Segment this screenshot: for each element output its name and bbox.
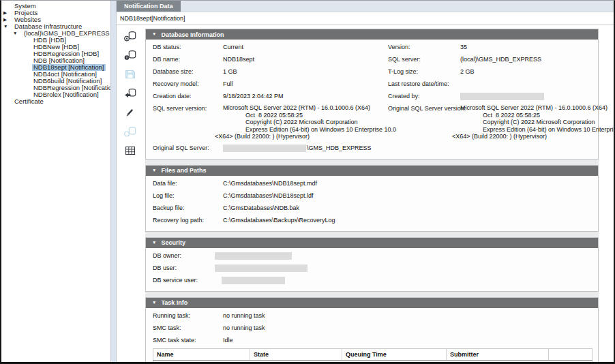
task-field-row: SMC task:no running task (153, 324, 592, 333)
collapse-arrow-icon[interactable]: ▼ (152, 241, 156, 245)
recovery-log-path-label: Recovery log path: (153, 216, 223, 225)
section-files-and-paths: ▼ Files and Paths Data file:C:\Gmsdataba… (145, 165, 599, 232)
recovery-model-label: Recovery model: (153, 80, 223, 89)
edit-button[interactable] (123, 107, 138, 121)
collapse-arrow-icon[interactable]: ▼ (152, 168, 156, 173)
database-size-value: 1 GB (223, 67, 388, 76)
backup-file-value: C:\GmsDatabases\NDB.bak (223, 204, 592, 213)
data-file-value: C:\Gmsdatabases\NDB18sept.mdf (223, 179, 592, 188)
tab-strip: Notification Data (117, 1, 614, 12)
expand-arrow-icon[interactable]: ▶ (3, 16, 13, 23)
section-gap (145, 232, 599, 237)
security-row: DB service user: (153, 276, 592, 285)
db-service-user-value (215, 276, 592, 285)
disconnect-database-icon (123, 29, 137, 46)
database-size-label: Database size: (153, 67, 223, 76)
smc-task-state-value: Idle (223, 336, 592, 345)
edit-icon (123, 106, 137, 122)
value-text: NDB18sept (223, 56, 254, 63)
file-row: Data file:C:\Gmsdatabases\NDB18sept.mdf (153, 179, 592, 188)
tab-notification-data[interactable]: Notification Data (117, 1, 181, 12)
disconnect-database-button[interactable] (123, 31, 138, 44)
column-header-empty[interactable] (549, 348, 592, 360)
task-table: NameStateQueuing TimeSubmitterBackupSUCC… (153, 348, 592, 363)
db-status-label: DB status: (153, 43, 223, 52)
backup-file-label: Backup file: (153, 204, 223, 213)
column-header-state[interactable]: State (250, 348, 342, 360)
file-row: Log file:C:\Gmsdatabases\NDB18sept.ldf (153, 192, 592, 200)
task-table-cell: NDB Service (447, 360, 549, 362)
collapse-arrow-icon[interactable]: ▼ (13, 30, 22, 37)
value-line: Copyright (C) 2022 Microsoft Corporation (245, 119, 388, 126)
value-text: Idle (223, 337, 233, 344)
task-table-header-row: NameStateQueuing TimeSubmitter (153, 348, 592, 360)
table-view-button[interactable] (123, 145, 138, 159)
value-line: Copyright (C) 2022 Microsoft Corporation (483, 119, 614, 126)
sidebar-tree: System▶Projects▶Websites▼Database Infras… (1, 1, 110, 362)
original-sql-server-version-multiline-value: Microsoft SQL Server 2022 (RTM) - 16.0.1… (460, 104, 614, 140)
table-view-icon (123, 144, 137, 160)
original-sql-server-label: Original SQL Server: (153, 144, 223, 153)
column-header-submitter[interactable]: Submitter (447, 348, 549, 360)
section-header-task-info[interactable]: ▼ Task Info (146, 298, 598, 308)
running-task-label: Running task: (153, 312, 223, 320)
collapse-arrow-icon[interactable]: ▼ (152, 32, 156, 37)
creation-date-label: Creation date: (153, 92, 223, 101)
section-title: Files and Paths (161, 167, 206, 174)
section-header-database-information[interactable]: ▼ Database Information (146, 29, 598, 40)
section-header-security[interactable]: ▼ Security (146, 238, 598, 248)
sql-server-version-value: Microsoft SQL Server 2022 (RTM) - 16.0.1… (223, 104, 388, 140)
section-title: Security (161, 239, 185, 246)
value-line: Microsoft SQL Server 2022 (RTM) - 16.0.1… (223, 104, 388, 112)
value-text: C:\Gmsdatabases\Backups\RecoveryLog (223, 217, 335, 224)
redacted-value (215, 252, 292, 260)
attach-database-button[interactable] (123, 50, 138, 63)
creation-date-value: 9/18/2023 2:04:42 PM (223, 92, 388, 101)
smc-task-value: no running task (223, 324, 592, 333)
sql-server-version-label: SQL server version: (153, 104, 223, 140)
value-line: Microsoft SQL Server 2022 (RTM) - 16.0.1… (460, 104, 614, 112)
column-header-queuing-time[interactable]: Queuing Time (342, 348, 447, 360)
value-line: Express Edition (64-bit) on Windows 10 E… (483, 126, 614, 134)
smc-task-label: SMC task: (153, 324, 223, 333)
selected-object-label: NDB18sept[Notification] (117, 12, 614, 25)
info-row: Original SQL Server:\GMS_HDB_EXPRESS (153, 144, 592, 153)
info-row: Recovery model:FullLast restore date/tim… (153, 80, 592, 89)
main-panel: Notification Data NDB18sept[Notification… (117, 1, 614, 362)
detach-database-icon (123, 125, 137, 141)
db-service-user-label: DB service user: (153, 276, 215, 285)
tree-scrollbar[interactable] (110, 1, 117, 362)
data-file-label: Data file: (153, 179, 223, 188)
db-owner-value (215, 252, 592, 260)
restore-database-button[interactable] (123, 88, 138, 102)
save-button (123, 69, 138, 82)
value-line: <X64> (Build 22000: ) (Hypervisor) (215, 133, 388, 140)
collapse-arrow-icon[interactable]: ▼ (3, 23, 13, 30)
value-line: Oct 8 2022 05:58:25 (245, 112, 388, 119)
expand-arrow-icon[interactable]: ▶ (3, 10, 13, 16)
column-header-name[interactable]: Name (153, 348, 250, 360)
task-table-row[interactable]: BackupSUCCESSFUL10/3/2023 12:13:17 PMNDB… (153, 360, 592, 362)
section-title: Task Info (161, 299, 188, 306)
task-field-row: Running task:no running task (153, 312, 592, 320)
value-line: Oct 8 2022 05:58:25 (483, 112, 614, 119)
empty-value (460, 144, 592, 153)
section-database-information: ▼ Database Information DB status:Current… (145, 29, 599, 160)
info-row: DB status:CurrentVersion:35 (153, 43, 592, 52)
empty-label (388, 144, 460, 153)
value-text: C:\Gmsdatabases\NDB18sept.ldf (223, 192, 314, 199)
tree-item-certificate[interactable]: Certificate (1, 98, 110, 105)
value-text: 2 GB (460, 68, 475, 75)
section-header-files-and-paths[interactable]: ▼ Files and Paths (146, 166, 598, 176)
attach-database-icon (123, 48, 137, 65)
restore-database-icon (123, 87, 137, 103)
db-user-label: DB user: (153, 264, 215, 273)
sql-server-value: (local)\GMS_HDB_EXPRESS (460, 55, 592, 64)
collapse-arrow-icon[interactable]: ▼ (152, 301, 156, 305)
section-gap (145, 160, 599, 165)
value-line: Express Edition (64-bit) on Windows 10 E… (245, 126, 388, 134)
section-gap (145, 292, 599, 297)
created-by-label: Created by: (388, 92, 460, 101)
content-area: ▼ Database Information DB status:Current… (144, 25, 614, 362)
created-by-value (460, 92, 592, 101)
